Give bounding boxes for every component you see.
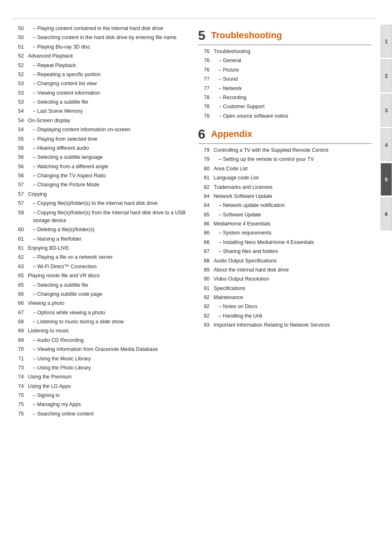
toc-text: – Playing Blu-ray 3D disc [33,43,90,51]
toc-num: 66 [12,290,28,298]
side-tab-2[interactable]: 2 [380,59,392,92]
toc-num: 78 [198,94,214,102]
toc-entry: 74Using the LG Apps [12,383,186,390]
toc-num: 57 [12,200,28,207]
toc-num: 86 [198,229,214,237]
toc-text: Enjoying BD-LIVE [28,244,69,252]
toc-num: 54 [12,107,28,115]
toc-entry: 81Language code List [198,174,371,182]
toc-num: 75 [12,410,28,418]
toc-entry: 74Using the Premium [12,373,186,381]
toc-entry: 76– Picture [198,66,371,74]
toc-entry: 76Troubleshooting [198,48,371,56]
toc-text: – Searching online content [33,410,94,418]
toc-text: Controlling a TV with the Supplied Remot… [214,146,328,154]
toc-entry: 78– Recording [198,94,371,102]
toc-entry: 66– Changing subtitle code page [12,290,186,298]
toc-text: Video Output Resolution [214,275,269,283]
toc-entry: 78– Customer Support [198,103,371,111]
toc-text: – General [219,57,241,65]
toc-text: Advanced Playback [28,52,73,60]
toc-num: 54 [12,126,28,134]
toc-entry: 79Controlling a TV with the Supplied Rem… [198,146,371,154]
toc-text: – Watching from a different angle [33,163,108,171]
toc-entry: 71– Using the Music Library [12,355,186,363]
toc-text: – Selecting a subtitle language [33,153,103,161]
toc-entry: 78– Open source software notice [198,112,371,120]
toc-num: 75 [12,392,28,399]
toc-entry: 54– Displaying content information on-sc… [12,126,186,134]
toc-entry: 57– Changing the Picture Mode [12,181,186,189]
side-tab-6[interactable]: 6 [380,197,392,230]
toc-num: 77 [198,85,214,93]
toc-entry: 52Advanced Playback [12,52,186,60]
side-tab-1[interactable]: 1 [380,25,392,58]
toc-text: – Changing content list view [33,80,97,88]
toc-text: – Deleting a file(s)/folder(s) [33,226,95,234]
section-num: 6 [198,128,205,141]
toc-entry: 50– Playing content contained in the int… [12,25,186,32]
section-num: 5 [198,29,205,42]
toc-text: – Network update notification [219,202,285,209]
toc-num: 56 [12,163,28,171]
toc-num: 52 [12,52,28,60]
side-tab-5[interactable]: 5 [380,163,392,196]
toc-entry: 53– Viewing content information [12,89,186,97]
toc-num: 77 [198,75,214,83]
toc-entry: 63– Wi-Fi Direct™ Connection [12,263,186,271]
side-tab-3[interactable]: 3 [380,94,392,127]
toc-text: About the internal hard disk drive [214,266,289,274]
toc-text: – Handling the Unit [219,312,262,320]
toc-entry: 50– Searching content in the hard disk d… [12,34,186,42]
toc-entry: 93Important Information Relating to Netw… [198,321,371,329]
toc-num: 52 [12,71,28,79]
toc-num: 79 [198,155,214,163]
toc-num: 88 [198,257,214,265]
toc-entry: 66Viewing a photo [12,299,186,307]
toc-num: 50 [12,34,28,42]
toc-text: – Last Scene Memory [33,107,83,115]
toc-num: 70 [12,346,28,353]
toc-entry: 91Specifications [198,285,371,292]
toc-num: 56 [12,172,28,180]
toc-num: 87 [198,248,214,255]
toc-entry: 56– Hearing different audio [12,144,186,152]
toc-num: 73 [12,364,28,372]
toc-text: – Installing Nero MediaHome 4 Essentials [219,239,314,246]
toc-text: – Wi-Fi Direct™ Connection [33,263,97,271]
toc-entry: 65Playing movie file and VR discs [12,272,186,280]
toc-text: On-Screen display [28,117,70,125]
toc-text: – Software Update [219,211,261,219]
toc-num: 69 [12,327,28,335]
toc-num: 61 [12,235,28,243]
toc-num: 76 [198,48,214,56]
section-heading: 6Appendix [198,128,371,144]
toc-text: Important Information Relating to Networ… [214,321,330,329]
toc-text: – Audio CD Recording [33,337,84,344]
side-tab-4[interactable]: 4 [380,128,392,161]
toc-entry: 62– Playing a file on a network server [12,253,186,261]
toc-entry: 69Listening to music [12,327,186,335]
toc-num: 62 [12,253,28,261]
toc-entry: 75– Signing in [12,392,186,399]
toc-text: – Changing the Picture Mode [33,181,99,189]
toc-num: 66 [12,299,28,307]
toc-entry: 77– Network [198,85,371,93]
toc-entry: 53– Selecting a subtitle file [12,98,186,106]
toc-entry: 53– Changing content list view [12,80,186,88]
toc-entry: 80Area Code List [198,165,371,173]
toc-text: Trademarks and Licenses [214,183,272,191]
section-block-6: 6Appendix79Controlling a TV with the Sup… [198,128,371,330]
toc-num: 92 [198,294,214,302]
toc-num: 60 [12,226,28,234]
toc-entry: 56– Changing the TV Aspect Ratio [12,172,186,180]
toc-entry: 86– Installing Nero MediaHome 4 Essentia… [198,239,371,246]
toc-num: 85 [198,211,214,219]
page: 123456 50– Playing content contained in … [0,0,392,557]
toc-entry: 76– General [198,57,371,65]
toc-entry: 51– Playing Blu-ray 3D disc [12,43,186,51]
toc-num: 59 [12,209,28,217]
toc-text: – Playing from selected time [33,135,97,143]
toc-entry: 89About the internal hard disk drive [198,266,371,274]
toc-num: 51 [12,43,28,51]
